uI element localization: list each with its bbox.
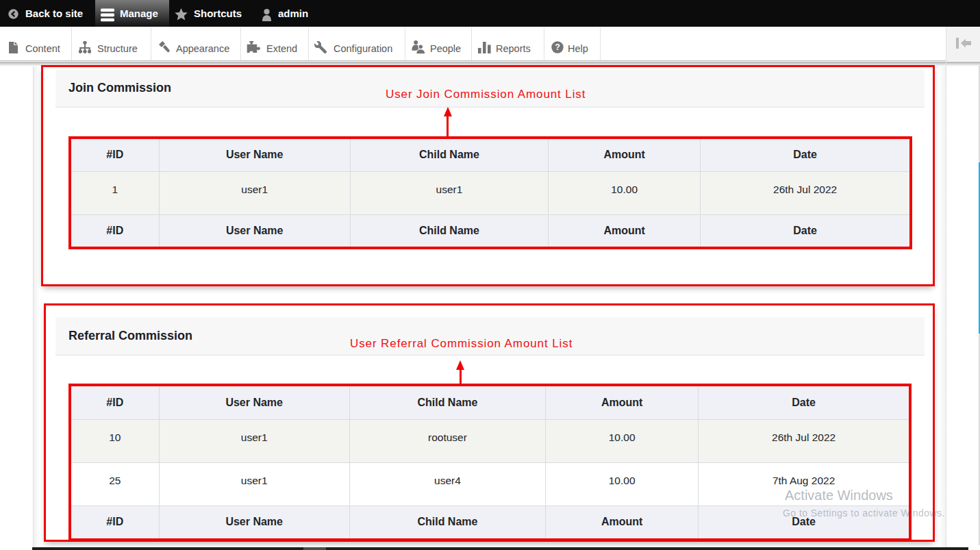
svg-text:?: ?	[555, 42, 560, 52]
